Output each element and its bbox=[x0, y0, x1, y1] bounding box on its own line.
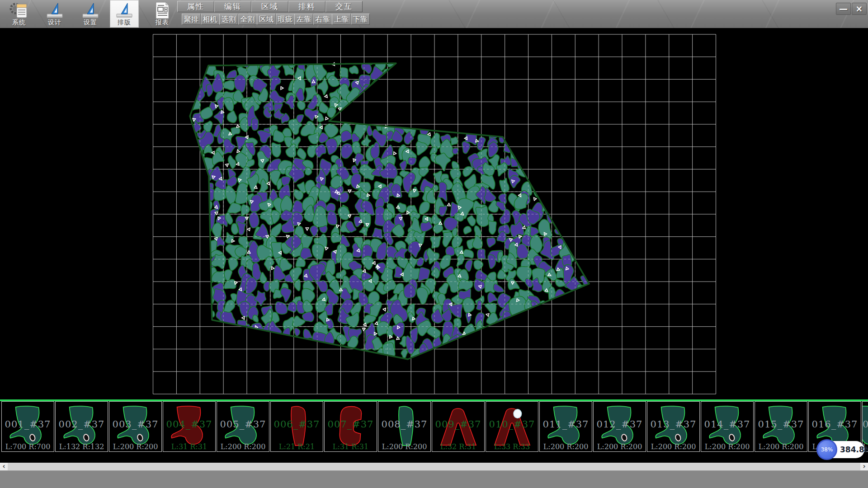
menu-row1-button-2[interactable]: 编辑 bbox=[214, 1, 251, 12]
piece-lr-count: L:200 R:200 bbox=[217, 442, 269, 451]
piece-lr-count: L:200 R:200 bbox=[755, 442, 807, 451]
piece-thumbnail-6[interactable]: 006_#37L:21 R:21 bbox=[270, 401, 323, 452]
memory-value: 384.8M bbox=[840, 445, 868, 454]
menu-row2-button-2[interactable]: 相机 bbox=[201, 14, 220, 25]
nesting-canvas[interactable] bbox=[0, 28, 868, 399]
piece-name: 013_#37 bbox=[647, 419, 699, 430]
piece-lr-count: L:33 R:33 bbox=[486, 442, 538, 451]
report-icon bbox=[152, 1, 173, 19]
piece-name: 0 bbox=[863, 419, 868, 430]
menu-row2-button-9[interactable]: 上靠 bbox=[332, 14, 351, 25]
piece-thumbnail-9[interactable]: 009_#37L:32 R:31 bbox=[432, 401, 485, 452]
piece-thumbnail-1[interactable]: 001_#37L:700 R:700 bbox=[1, 401, 54, 452]
toolbar-button-label: 系统 bbox=[5, 19, 33, 27]
menu-row2-button-10[interactable]: 下靠 bbox=[351, 14, 370, 25]
piece-lr-count: L:132 R:132 bbox=[56, 442, 108, 451]
piece-name: 012_#37 bbox=[594, 419, 646, 430]
titlebar-toolbar: 系统设计设置排版报表 属性编辑区域排料交互 聚排相机选割全割区域瑕疵左靠右靠上靠… bbox=[0, 0, 868, 28]
gear-doc-icon bbox=[9, 1, 29, 19]
application-window: 系统设计设置排版报表 属性编辑区域排料交互 聚排相机选割全割区域瑕疵左靠右靠上靠… bbox=[0, 0, 868, 488]
piece-lr-count: L:200 R:200 bbox=[378, 442, 430, 451]
piece-thumbnail-15[interactable]: 015_#37L:200 R:200 bbox=[755, 401, 807, 452]
piece-lr-count: L:31 R:31 bbox=[163, 442, 215, 451]
piece-lr-count: L:32 R:31 bbox=[432, 442, 484, 451]
menu-row2-button-4[interactable]: 全割 bbox=[238, 14, 257, 25]
scroll-left-arrow-icon[interactable]: ‹ bbox=[0, 463, 8, 470]
piece-thumbnail-12[interactable]: 012_#37L:200 R:200 bbox=[593, 401, 646, 452]
menu-row2-button-7[interactable]: 左靠 bbox=[294, 14, 313, 25]
piece-thumbnail-10[interactable]: 010_#37L:33 R:33 bbox=[486, 401, 538, 452]
menu-row2-button-5[interactable]: 区域 bbox=[257, 14, 276, 25]
piece-thumbnail-3[interactable]: 003_#37L:200 R:200 bbox=[109, 401, 162, 452]
progress-percent: 38% bbox=[821, 446, 833, 453]
piece-name: 014_#37 bbox=[701, 419, 753, 430]
menu-row2-button-6[interactable]: 瑕疵 bbox=[276, 14, 295, 25]
set-square-icon bbox=[44, 1, 65, 19]
toolbar-button-label: 报表 bbox=[148, 19, 177, 27]
piece-name: 010_#37 bbox=[486, 419, 538, 430]
piece-name: 007_#37 bbox=[325, 419, 377, 430]
close-button[interactable]: × bbox=[852, 3, 867, 15]
piece-thumbnail-11[interactable]: 011_#37L:200 R:200 bbox=[539, 401, 592, 452]
toolbar-button-4[interactable]: 排版 bbox=[110, 0, 139, 28]
set-square-icon bbox=[114, 1, 135, 19]
piece-name: 015_#37 bbox=[755, 419, 807, 430]
piece-lr-count: L:200 R:200 bbox=[109, 442, 161, 451]
toolbar-button-label: 排版 bbox=[110, 19, 139, 27]
set-square-icon bbox=[80, 1, 101, 19]
piece-name: 005_#37 bbox=[217, 419, 269, 430]
piece-thumbnail-14[interactable]: 014_#37L:200 R:200 bbox=[701, 401, 754, 452]
piece-thumbnail-5[interactable]: 005_#37L:200 R:200 bbox=[217, 401, 269, 452]
menu-row1-button-4[interactable]: 排料 bbox=[288, 1, 326, 12]
piece-name: 006_#37 bbox=[271, 419, 323, 430]
piece-lr-count: L:200 R:200 bbox=[594, 442, 646, 451]
piece-lr-count: L:200 R:200 bbox=[540, 442, 592, 451]
status-bar bbox=[0, 470, 868, 488]
minimize-button[interactable]: — bbox=[836, 3, 851, 15]
piece-name: 002_#37 bbox=[56, 419, 108, 430]
menu-row1-button-5[interactable]: 交互 bbox=[326, 1, 363, 12]
piece-name: 011_#37 bbox=[540, 419, 592, 430]
piece-lr-count: L:21 R:21 bbox=[271, 442, 323, 451]
piece-thumbnail-13[interactable]: 013_#37L:200 R:200 bbox=[647, 401, 700, 452]
piece-thumbnail-17[interactable]: 0L: bbox=[862, 401, 868, 452]
piece-name: 009_#37 bbox=[432, 419, 484, 430]
scroll-right-arrow-icon[interactable]: › bbox=[860, 463, 868, 470]
toolbar-button-1[interactable]: 系统 bbox=[5, 0, 33, 28]
nested-pieces-layer bbox=[179, 51, 591, 366]
piece-lr-count: L:31 R:31 bbox=[325, 442, 377, 451]
menu-row1-button-3[interactable]: 区域 bbox=[251, 1, 288, 12]
piece-thumbnail-4[interactable]: 004_#37L:31 R:31 bbox=[163, 401, 216, 452]
piece-name: 016_#37 bbox=[809, 419, 861, 430]
toolbar-button-5[interactable]: 报表 bbox=[148, 0, 177, 28]
piece-thumbnail-8[interactable]: 008_#37L:200 R:200 bbox=[378, 401, 431, 452]
piece-name: 004_#37 bbox=[163, 419, 215, 430]
piece-lr-count: L:200 R:200 bbox=[647, 442, 699, 451]
toolbar-button-label: 设计 bbox=[40, 19, 69, 27]
piece-name: 001_#37 bbox=[2, 419, 54, 430]
piece-thumbnail-strip: 001_#37L:700 R:700002_#37L:132 R:132003_… bbox=[0, 401, 868, 453]
menu-row2-button-8[interactable]: 右靠 bbox=[313, 14, 332, 25]
piece-lr-count: L:700 R:700 bbox=[2, 442, 54, 451]
piece-lr-count: L:200 R:200 bbox=[701, 442, 753, 451]
piece-name: 008_#37 bbox=[378, 419, 430, 430]
menu-row2-button-1[interactable]: 聚排 bbox=[182, 14, 201, 25]
piece-name: 003_#37 bbox=[109, 419, 161, 430]
nesting-canvas-svg bbox=[0, 28, 868, 399]
piece-thumbnail-2[interactable]: 002_#37L:132 R:132 bbox=[55, 401, 108, 452]
menu-row2-button-3[interactable]: 选割 bbox=[219, 14, 238, 25]
toolbar-button-2[interactable]: 设计 bbox=[40, 0, 69, 28]
progress-circle: 38% bbox=[816, 439, 837, 460]
toolbar-button-label: 设置 bbox=[76, 19, 105, 27]
menu-row1-button-1[interactable]: 属性 bbox=[177, 1, 214, 12]
horizontal-scrollbar[interactable]: ‹ › bbox=[0, 463, 868, 470]
piece-thumbnail-7[interactable]: 007_#37L:31 R:31 bbox=[324, 401, 377, 452]
toolbar-button-3[interactable]: 设置 bbox=[76, 0, 105, 28]
